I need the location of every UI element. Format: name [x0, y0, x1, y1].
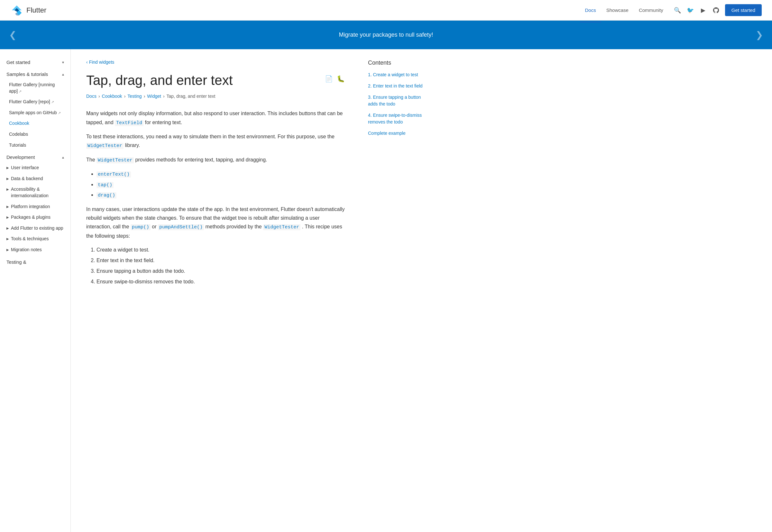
- sidebar-item-migration[interactable]: ▶ Migration notes: [0, 244, 70, 255]
- logo[interactable]: Flutter: [10, 4, 46, 17]
- drag-method[interactable]: drag(): [97, 192, 116, 198]
- sidebar-section-get-started: Get started ▾: [0, 57, 70, 68]
- chevron-up-icon: ▴: [62, 72, 64, 77]
- widget-tester-link-2[interactable]: WidgetTester: [97, 157, 134, 163]
- breadcrumb-sep-2: ›: [124, 94, 126, 99]
- sidebar-item-codelabs[interactable]: Codelabs: [0, 129, 70, 140]
- page-title-area: Tap, drag, and enter text 📄 🐛: [86, 72, 345, 88]
- sidebar-header-development[interactable]: Development ▴: [0, 152, 70, 162]
- widget-tester-link-1[interactable]: WidgetTester: [86, 143, 124, 149]
- sidebar-item-gallery-running[interactable]: Flutter Gallery [running app]: [0, 79, 70, 96]
- youtube-icon[interactable]: ▶: [699, 6, 707, 14]
- toc-item-2[interactable]: 2. Enter text in the text field: [368, 83, 423, 89]
- list-item: Enter text in the text field.: [97, 256, 345, 265]
- breadcrumb: ‹ Find widgets: [86, 60, 345, 65]
- page-layout: Get started ▾ Samples & tutorials ▴ Flut…: [0, 49, 772, 532]
- intro-paragraph-1: Many widgets not only display informatio…: [86, 109, 345, 127]
- nav-docs[interactable]: Docs: [580, 5, 601, 15]
- arrow-right-icon: ▶: [6, 205, 9, 209]
- breadcrumb-trail: Docs › Cookbook › Testing › Widget › Tap…: [86, 94, 345, 99]
- content-body: Many widgets not only display informatio…: [86, 109, 345, 286]
- banner-next-icon[interactable]: ❯: [753, 27, 766, 43]
- toc-item-complete[interactable]: Complete example: [368, 130, 423, 137]
- sidebar-item-label: Migration notes: [11, 247, 42, 253]
- enter-text-method[interactable]: enterText(): [97, 171, 131, 178]
- methods-list: enterText() tap() drag(): [97, 170, 345, 200]
- bug-icon[interactable]: 🐛: [337, 75, 345, 83]
- page-actions: 📄 🐛: [325, 75, 345, 83]
- arrow-right-icon: ▶: [6, 248, 9, 252]
- flutter-logo-icon: [10, 4, 23, 17]
- toc-item-3[interactable]: 3. Ensure tapping a button adds the todo: [368, 94, 423, 107]
- sidebar-item-label: Add Flutter to existing app: [11, 225, 63, 232]
- header-icons: 🔍 🐦 ▶: [674, 6, 720, 14]
- tap-method[interactable]: tap(): [97, 182, 114, 188]
- breadcrumb-testing[interactable]: Testing: [127, 94, 142, 99]
- breadcrumb-sep-3: ›: [144, 94, 145, 99]
- arrow-right-icon: ▶: [6, 187, 9, 192]
- main-nav: Docs Showcase Community: [580, 5, 668, 15]
- sidebar-item-label: Data & backend: [11, 176, 43, 182]
- breadcrumb-current: Tap, drag, and enter text: [167, 94, 216, 99]
- twitter-icon[interactable]: 🐦: [686, 6, 694, 14]
- breadcrumb-widget[interactable]: Widget: [147, 94, 161, 99]
- toc-item-1[interactable]: 1. Create a widget to test: [368, 71, 423, 78]
- pump-and-settle-link[interactable]: pumpAndSettle(): [158, 224, 204, 230]
- header: Flutter Docs Showcase Community 🔍 🐦 ▶ Ge…: [0, 0, 772, 21]
- sidebar-section-testing: Testing &: [0, 257, 70, 267]
- arrow-right-icon: ▶: [6, 177, 9, 181]
- list-item: Ensure swipe-to-dismiss removes the todo…: [97, 277, 345, 286]
- sidebar-header-testing[interactable]: Testing &: [0, 257, 70, 267]
- breadcrumb-docs[interactable]: Docs: [86, 94, 97, 99]
- sidebar-section-samples: Samples & tutorials ▴ Flutter Gallery [r…: [0, 69, 70, 151]
- sidebar-item-gallery-repo[interactable]: Flutter Gallery [repo]: [0, 96, 70, 107]
- sidebar-header-get-started[interactable]: Get started ▾: [0, 57, 70, 68]
- list-item: drag(): [97, 190, 345, 200]
- intro-paragraph-3: The WidgetTester provides methods for en…: [86, 155, 345, 165]
- list-item: tap(): [97, 180, 345, 189]
- chevron-up-icon-dev: ▴: [62, 155, 64, 160]
- sidebar-header-samples[interactable]: Samples & tutorials ▴: [0, 69, 70, 79]
- github-icon[interactable]: [712, 6, 720, 14]
- banner-prev-icon[interactable]: ❮: [6, 27, 19, 43]
- sidebar-item-tutorials[interactable]: Tutorials: [0, 140, 70, 151]
- get-started-button[interactable]: Get started: [725, 4, 762, 16]
- list-item: Ensure tapping a button adds the todo.: [97, 267, 345, 275]
- sidebar-label-get-started: Get started: [6, 60, 30, 65]
- intro-paragraph-2: To test these interactions, you need a w…: [86, 132, 345, 150]
- breadcrumb-cookbook[interactable]: Cookbook: [102, 94, 122, 99]
- toc-sidebar: Contents 1. Create a widget to test 2. E…: [360, 49, 431, 532]
- main-content: ‹ Find widgets Tap, drag, and enter text…: [71, 49, 360, 532]
- sidebar-label-development: Development: [6, 154, 35, 160]
- breadcrumb-sep-1: ›: [98, 94, 100, 99]
- arrow-right-icon: ▶: [6, 226, 9, 231]
- sidebar-item-platform-integration[interactable]: ▶ Platform integration: [0, 201, 70, 212]
- chevron-down-icon: ▾: [62, 60, 64, 65]
- sidebar-item-tools[interactable]: ▶ Tools & techniques: [0, 234, 70, 244]
- list-item: enterText(): [97, 170, 345, 179]
- nav-showcase[interactable]: Showcase: [601, 5, 634, 15]
- sidebar-item-label: Platform integration: [11, 204, 50, 210]
- sidebar-item-data-backend[interactable]: ▶ Data & backend: [0, 173, 70, 184]
- sidebar-label-testing: Testing &: [6, 259, 26, 265]
- sidebar-item-user-interface[interactable]: ▶ User interface: [0, 162, 70, 173]
- pump-link[interactable]: pump(): [131, 224, 151, 230]
- sidebar-item-accessibility[interactable]: ▶ Accessibility & internationalization: [0, 184, 70, 201]
- search-icon[interactable]: 🔍: [674, 6, 681, 14]
- banner-message: Migrate your packages to null safety!: [32, 32, 740, 38]
- logo-text: Flutter: [26, 6, 46, 14]
- textfield-link[interactable]: TextField: [115, 120, 143, 126]
- sidebar-item-cookbook[interactable]: Cookbook: [0, 118, 70, 129]
- nav-community[interactable]: Community: [634, 5, 668, 15]
- toc-item-4[interactable]: 4. Ensure swipe-to-dismiss removes the t…: [368, 112, 423, 125]
- sidebar-item-add-flutter[interactable]: ▶ Add Flutter to existing app: [0, 223, 70, 234]
- sidebar-item-label: User interface: [11, 165, 39, 171]
- breadcrumb-back-label: Find widgets: [89, 60, 115, 65]
- paragraph-4: In many cases, user interactions update …: [86, 205, 345, 240]
- breadcrumb-back-link[interactable]: ‹ Find widgets: [86, 60, 114, 65]
- sidebar-item-sample-apps[interactable]: Sample apps on GitHub: [0, 107, 70, 118]
- widget-tester-link-3[interactable]: WidgetTester: [263, 224, 300, 230]
- sidebar-item-label: Tools & techniques: [11, 236, 49, 242]
- file-icon[interactable]: 📄: [325, 75, 333, 83]
- sidebar-item-packages-plugins[interactable]: ▶ Packages & plugins: [0, 212, 70, 223]
